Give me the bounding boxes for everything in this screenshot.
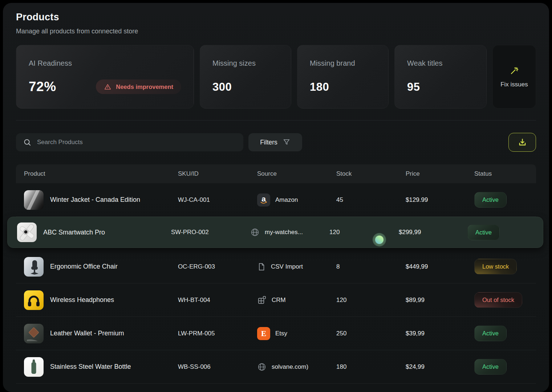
needs-improvement-badge: Needs improvement: [96, 79, 181, 94]
grid-icon: [257, 295, 267, 305]
stats-row: AI Readiness 72% Needs improvement Missi…: [16, 45, 536, 109]
table-row-office-chair[interactable]: Ergonomic Office Chair OC-ERG-003 CSV Im…: [16, 250, 536, 283]
sku-cell: WJ-CA-001: [178, 196, 257, 204]
table-row-headphones[interactable]: Wireless Headphones WH-BT-004 CRM 120 $8…: [16, 283, 536, 317]
col-status: Status: [474, 170, 536, 177]
products-page: Products Manage all products from connec…: [3, 3, 549, 392]
search-icon: [23, 138, 32, 147]
warning-triangle-icon: [104, 83, 111, 91]
download-icon: [518, 138, 527, 147]
table-header: Product SKU/ID Source Stock Price Status: [16, 164, 536, 183]
col-product: Product: [24, 170, 178, 177]
stock-cell: 8: [336, 263, 406, 270]
product-thumbnail: [17, 222, 37, 242]
page-subtitle: Manage all products from connected store: [16, 28, 536, 35]
stat-label: AI Readiness: [29, 59, 181, 68]
status-badge: Out of stock: [474, 292, 522, 308]
stat-value: 180: [310, 81, 376, 94]
stat-card-weak-titles: Weak titles 95: [394, 45, 487, 109]
stat-label: Missing sizes: [212, 59, 279, 68]
stat-card-ai-readiness: AI Readiness 72% Needs improvement: [16, 45, 194, 109]
page-title: Products: [16, 3, 536, 23]
sku-cell: SW-PRO-002: [171, 229, 250, 236]
product-thumbnail: [24, 190, 44, 210]
source-label: my-watches...: [265, 229, 303, 236]
filters-button[interactable]: Filters: [248, 133, 302, 151]
table-row-winter-jacket[interactable]: Winter Jacket - Canada Edition WJ-CA-001…: [16, 183, 536, 217]
product-thumbnail: [24, 290, 44, 310]
status-badge: Active: [474, 192, 507, 208]
source-label: Amazon: [275, 196, 298, 204]
product-name: Stainless Steel Water Bottle: [50, 363, 131, 371]
status-badge: Active: [474, 326, 507, 341]
price-cell: $39,99: [406, 330, 474, 337]
stat-value: 95: [407, 81, 474, 94]
product-thumbnail: [24, 324, 44, 343]
stock-cell: 120: [336, 297, 406, 304]
sku-cell: WB-SS-006: [178, 363, 257, 371]
status-badge: Active: [474, 359, 507, 375]
product-name: ABC Smartwatch Pro: [43, 229, 105, 236]
product-name: Wireless Headphones: [50, 296, 114, 304]
source-label: CSV Import: [271, 263, 303, 270]
table-row-leather-wallet[interactable]: Leather Wallet - Premium LW-PRM-005 E Et…: [16, 317, 536, 350]
product-thumbnail: [24, 257, 44, 277]
price-cell: $89,99: [406, 297, 474, 304]
sku-cell: OC-ERG-003: [178, 263, 257, 270]
sku-cell: LW-PRM-005: [178, 330, 257, 337]
export-download-button[interactable]: [508, 133, 536, 152]
sku-cell: WH-BT-004: [178, 297, 257, 304]
stock-cell: 120: [329, 229, 399, 236]
fix-issues-label: Fix issues: [500, 81, 528, 88]
stock-cell: 45: [336, 196, 406, 204]
stat-label: Weak titles: [407, 59, 474, 68]
needs-improvement-label: Needs improvement: [116, 83, 173, 90]
globe-icon: [257, 362, 267, 372]
status-badge: Low stock: [474, 259, 517, 274]
etsy-icon: E: [257, 327, 270, 340]
search-input[interactable]: [37, 139, 236, 146]
source-label: Etsy: [275, 330, 287, 337]
source-label: CRM: [272, 297, 286, 304]
stat-label: Missing brand: [310, 59, 376, 68]
stock-cell: 250: [336, 330, 406, 337]
source-label: solvane.com): [272, 363, 308, 371]
toolbar: Filters: [16, 133, 536, 152]
stat-card-missing-sizes: Missing sizes 300: [200, 45, 291, 109]
price-cell: $449,99: [406, 263, 474, 270]
stat-value: 72%: [29, 79, 56, 94]
status-badge: Active: [467, 225, 500, 240]
filters-label: Filters: [260, 139, 277, 146]
price-cell: $24,99: [406, 363, 474, 371]
col-source: Source: [257, 170, 336, 177]
wand-sparkles-icon: [510, 66, 519, 75]
table-row-smartwatch-selected[interactable]: ABC Smartwatch Pro SW-PRO-002 my-watches…: [7, 217, 543, 248]
product-name: Ergonomic Office Chair: [50, 263, 118, 270]
section-divider: [16, 120, 536, 121]
amazon-icon: a: [257, 193, 270, 207]
product-name: Leather Wallet - Premium: [50, 330, 124, 337]
funnel-icon: [283, 138, 291, 146]
fix-issues-button[interactable]: Fix issues: [492, 45, 536, 109]
table-row-water-bottle[interactable]: Stainless Steel Water Bottle WB-SS-006 s…: [16, 350, 536, 384]
price-cell: $129.99: [406, 196, 474, 204]
stock-cell: 180: [336, 363, 406, 371]
col-sku: SKU/ID: [178, 170, 257, 177]
product-name: Winter Jacket - Canada Edition: [50, 196, 140, 204]
globe-icon: [250, 228, 260, 237]
stat-value: 300: [212, 81, 279, 94]
stat-card-missing-brand: Missing brand 180: [297, 45, 389, 109]
search-box[interactable]: [16, 133, 243, 151]
col-stock: Stock: [336, 170, 406, 177]
file-icon: [257, 262, 266, 271]
product-thumbnail: [24, 357, 44, 377]
col-price: Price: [406, 170, 474, 177]
price-cell: $299,99: [399, 229, 467, 236]
